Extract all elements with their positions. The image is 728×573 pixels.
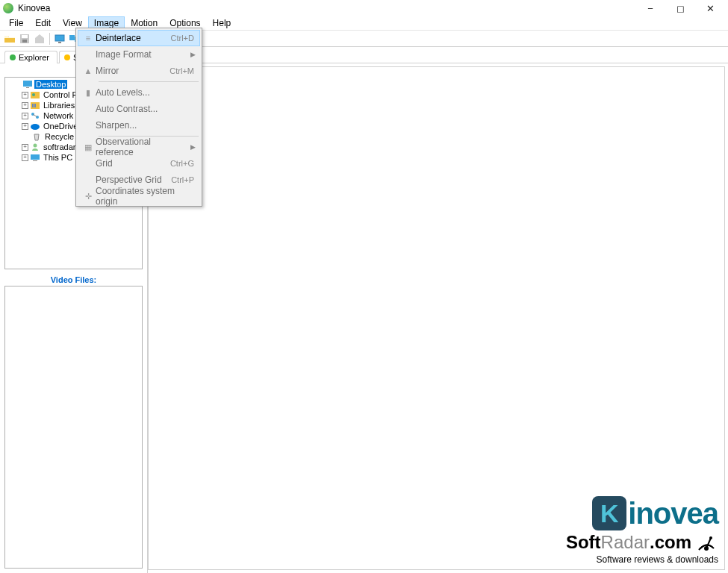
svg-point-19: [31, 124, 40, 130]
open-folder-icon[interactable]: [3, 32, 16, 46]
menu-item-sharpen-[interactable]: Sharpen...: [78, 117, 200, 134]
svg-rect-15: [34, 104, 36, 107]
user-icon: [30, 143, 40, 151]
menu-shortcut: Ctrl+D: [171, 34, 197, 43]
kinovea-logo: K inovea: [566, 496, 718, 530]
logo-k-icon: K: [592, 496, 626, 530]
menu-item-label: Coordinates system origin: [96, 186, 194, 207]
svg-line-24: [706, 538, 711, 548]
svg-rect-22: [33, 160, 37, 161]
svg-rect-9: [23, 81, 32, 87]
dot-icon: [64, 54, 70, 60]
svg-rect-2: [22, 40, 27, 43]
svg-point-25: [709, 536, 712, 539]
expand-icon[interactable]: +: [22, 102, 28, 109]
menu-item-observational-reference[interactable]: ▦Observational reference▶: [78, 139, 200, 155]
window-controls: − ◻ ✕: [635, 0, 725, 16]
menu-shortcut: Ctrl+M: [169, 66, 197, 75]
home-icon[interactable]: [33, 32, 46, 46]
target-icon: ✛: [81, 192, 96, 201]
menu-item-label: Auto Contrast...: [96, 104, 194, 114]
tree-label: Desktop: [34, 80, 67, 89]
svg-point-12: [32, 93, 35, 96]
expand-icon[interactable]: +: [22, 144, 28, 151]
svg-rect-10: [26, 87, 29, 88]
expand-icon[interactable]: +: [22, 113, 28, 119]
expand-icon[interactable]: +: [22, 123, 28, 130]
svg-line-18: [33, 114, 37, 117]
content-area: K inovea SoftRadar.com Software reviews …: [148, 66, 725, 570]
save-icon[interactable]: [18, 32, 31, 46]
tab-explorer[interactable]: Explorer: [4, 51, 57, 63]
video-files-list[interactable]: [4, 286, 143, 569]
svg-rect-11: [31, 92, 40, 98]
onedrive-icon: [30, 122, 40, 131]
menu-shortcut: Ctrl+G: [170, 159, 197, 168]
toolbar-separator: [49, 33, 50, 45]
monitor-icon[interactable]: [53, 32, 66, 46]
tree-label: softradar: [42, 143, 77, 151]
menu-item-image-format[interactable]: Image Format▶: [78, 46, 200, 63]
menu-file[interactable]: File: [3, 16, 29, 30]
menu-item-label: Sharpen...: [96, 120, 194, 131]
submenu-arrow-icon: ▶: [190, 51, 197, 58]
levels-icon: ▮: [81, 88, 96, 98]
svg-rect-4: [58, 42, 61, 43]
minimize-button[interactable]: −: [635, 0, 665, 16]
satellite-icon: [694, 530, 718, 554]
menu-item-mirror[interactable]: ▲MirrorCtrl+M: [78, 63, 200, 79]
menu-item-grid[interactable]: GridCtrl+G: [78, 155, 200, 172]
menu-separator: [99, 81, 199, 82]
svg-rect-5: [69, 35, 75, 40]
close-button[interactable]: ✕: [695, 0, 725, 16]
menu-item-label: Mirror: [96, 66, 169, 76]
expand-icon[interactable]: +: [22, 92, 28, 98]
menu-shortcut: Ctrl+P: [171, 175, 197, 184]
control-icon: [30, 90, 40, 99]
submenu-arrow-icon: ▶: [190, 143, 197, 151]
menu-item-auto-contrast-[interactable]: Auto Contrast...: [78, 101, 200, 117]
svg-point-20: [34, 144, 37, 148]
svg-rect-1: [22, 35, 28, 38]
tab-label: Explorer: [19, 53, 49, 62]
recycle-icon: [31, 132, 42, 141]
menu-item-label: Deinterlace: [96, 33, 171, 43]
tree-label: Libraries: [42, 101, 76, 110]
image-menu-dropdown: ≡DeinterlaceCtrl+DImage Format▶▲MirrorCt…: [75, 28, 202, 207]
maximize-button[interactable]: ◻: [665, 0, 695, 16]
video-files-header: Video Files:: [0, 272, 147, 286]
svg-rect-21: [31, 154, 40, 160]
dot-icon: [10, 54, 16, 60]
menu-item-auto-levels-[interactable]: ▮Auto Levels...: [78, 84, 200, 101]
logo-text: inovea: [628, 497, 718, 530]
app-icon: [3, 3, 13, 13]
tree-label: This PC: [42, 153, 74, 162]
tree-label: Network: [42, 111, 75, 120]
menu-help[interactable]: Help: [207, 16, 237, 30]
network-icon: [30, 111, 40, 120]
mirror-icon: ▲: [81, 66, 96, 75]
lines-icon: ≡: [81, 34, 96, 43]
libraries-icon: [30, 101, 40, 110]
softradar-logo: SoftRadar.com: [566, 530, 718, 554]
tree-label: OneDrive: [42, 122, 79, 131]
menu-item-deinterlace[interactable]: ≡DeinterlaceCtrl+D: [78, 30, 200, 46]
menu-item-label: Auto Levels...: [96, 87, 194, 98]
expand-icon[interactable]: +: [22, 154, 28, 161]
desktop-icon: [22, 80, 33, 89]
menu-item-label: Image Format: [96, 49, 190, 60]
menu-edit[interactable]: Edit: [29, 16, 57, 30]
com-text: .com: [650, 532, 691, 552]
radar-text: Radar: [601, 532, 650, 552]
tagline: Software reviews & downloads: [566, 554, 718, 565]
soft-text: Soft: [566, 532, 601, 552]
menu-item-label: Perspective Grid: [96, 175, 171, 185]
svg-rect-14: [32, 104, 34, 107]
titlebar: Kinovea − ◻ ✕: [0, 0, 728, 16]
menu-item-label: Observational reference: [96, 137, 190, 157]
pc-icon: [30, 153, 40, 162]
menu-item-coordinates-system-origin[interactable]: ✛Coordinates system origin: [78, 188, 200, 204]
svg-rect-3: [55, 35, 64, 41]
menu-item-label: Grid: [96, 158, 170, 169]
app-title: Kinovea: [18, 3, 50, 13]
